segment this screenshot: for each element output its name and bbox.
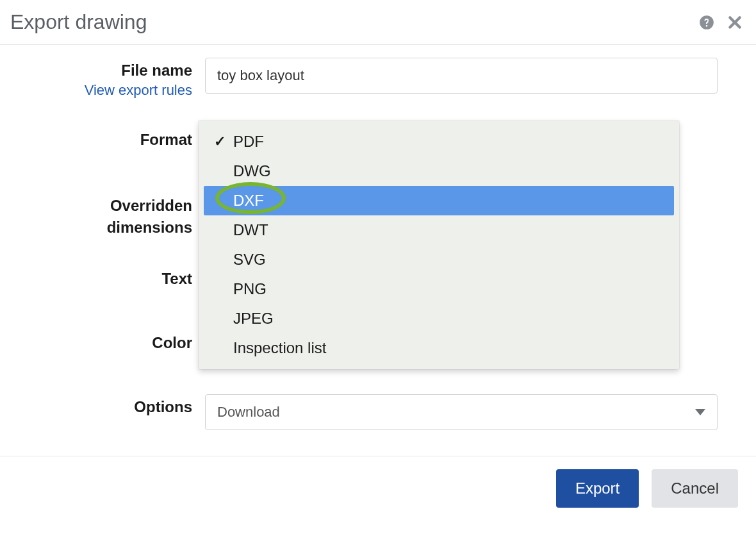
format-option-dwg[interactable]: DWG (204, 156, 674, 186)
format-option-label: PDF (233, 133, 264, 151)
chevron-down-icon (695, 409, 705, 415)
format-option-label: PNG (233, 280, 267, 298)
format-option-dwt[interactable]: DWT (204, 215, 674, 245)
format-option-png[interactable]: PNG (204, 274, 674, 304)
options-select-value: Download (217, 404, 280, 421)
check-icon: ✓ (214, 133, 233, 150)
dialog-body: File name View export rules Format Overr… (0, 45, 756, 456)
label-overridden-dimensions: Overridden dimensions (38, 195, 192, 238)
label-file-name: File name (38, 62, 192, 79)
format-option-svg[interactable]: SVG (204, 245, 674, 274)
label-text: Text (38, 270, 192, 288)
format-option-dxf[interactable]: DXF (204, 186, 674, 215)
format-option-label: Inspection list (233, 339, 326, 357)
row-options: Options Download (38, 394, 718, 430)
file-name-input[interactable] (205, 58, 718, 94)
format-option-pdf[interactable]: ✓PDF (204, 127, 674, 156)
options-select[interactable]: Download (205, 394, 718, 430)
label-color: Color (38, 334, 192, 352)
help-icon[interactable] (698, 14, 715, 31)
cancel-button[interactable]: Cancel (652, 469, 738, 508)
header-icons (698, 14, 743, 31)
dialog-header: Export drawing (0, 0, 756, 45)
close-icon[interactable] (727, 14, 743, 31)
format-dropdown-panel[interactable]: ✓PDFDWGDXFDWTSVGPNGJPEGInspection list (199, 121, 679, 369)
dialog-footer: Export Cancel (0, 456, 756, 521)
row-file-name: File name View export rules (38, 58, 718, 99)
format-option-label: DXF (233, 192, 264, 210)
dialog-title: Export drawing (10, 10, 147, 34)
export-button[interactable]: Export (556, 469, 639, 508)
format-option-label: DWG (233, 162, 271, 180)
format-option-label: JPEG (233, 310, 274, 328)
format-option-inspection-list[interactable]: Inspection list (204, 333, 674, 363)
label-options: Options (38, 398, 192, 416)
link-view-export-rules[interactable]: View export rules (38, 82, 192, 99)
format-option-label: DWT (233, 221, 268, 239)
format-option-label: SVG (233, 251, 266, 269)
export-drawing-dialog: Export drawing File name View export rul… (0, 0, 756, 521)
format-option-jpeg[interactable]: JPEG (204, 304, 674, 333)
label-format: Format (38, 131, 192, 149)
